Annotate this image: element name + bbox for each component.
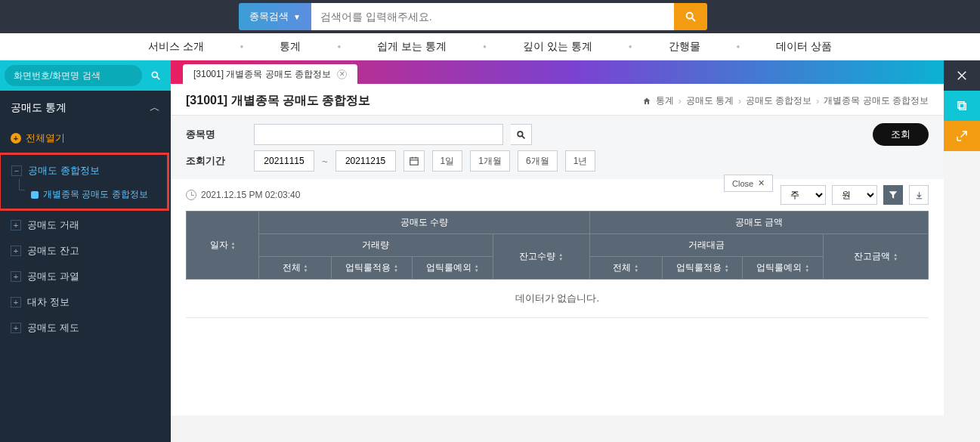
range-1d-button[interactable]: 1일 [432,150,463,172]
plus-box-icon: + [11,246,21,256]
nav-item-2[interactable]: 쉽게 보는 통계 [341,40,483,54]
nav-item-3[interactable]: 깊이 있는 통계 [487,40,629,54]
tab-label: [31001] 개별종목 공매도 종합정보 [193,68,331,81]
rail-copy-button[interactable] [944,91,980,121]
range-6m-button[interactable]: 6개월 [518,150,558,172]
sidebar-node-3[interactable]: +대차 정보 [0,289,171,315]
sidebar-node-0[interactable]: +공매도 거래 [0,212,171,238]
timestamp: 2021.12.15 PM 02:03:40 [186,190,300,200]
rail-popout-button[interactable] [944,121,980,151]
top-bar: 종목검색 ▼ [0,0,980,33]
rail-close-button[interactable] [944,60,980,91]
sidebar-node-1[interactable]: +공매도 잔고 [0,238,171,264]
tab-active[interactable]: [31001] 개별종목 공매도 종합정보 ✕ [183,64,357,84]
sidebar-node-active[interactable]: − 공매도 종합정보 [1,158,167,184]
close-popover[interactable]: Close ✕ [724,175,773,192]
calendar-button[interactable] [403,150,425,172]
search-icon [685,11,697,23]
funnel-icon [888,190,898,200]
query-button[interactable]: 조회 [873,123,929,146]
breadcrumb-item[interactable]: 통계 [656,94,674,107]
document-icon [31,191,39,199]
nav-item-1[interactable]: 통계 [243,40,337,54]
svg-point-0 [687,13,693,19]
sidebar-node-label: 공매도 제도 [27,321,79,335]
svg-rect-7 [958,102,964,108]
stock-search-button[interactable] [511,124,532,145]
sidebar-highlight: − 공매도 종합정보 개별종목 공매도 종합정보 [0,153,169,211]
sidebar: 공매도 통계 ︿ Close x + 전체열기 − 공매도 종합정보 개별종목 … [0,60,171,442]
col-balance-amt[interactable]: 잔고금액▲▼ [824,234,929,280]
stock-label: 종목명 [186,128,246,141]
right-rail [944,60,980,151]
breadcrumb-item: 개별종목 공매도 종합정보 [824,94,929,107]
col-amt-total[interactable]: 전체▲▼ [589,257,662,280]
sidebar-node-label: 대차 정보 [27,295,70,309]
filter-button[interactable] [883,185,903,205]
search-type-dropdown[interactable]: 종목검색 ▼ [239,3,311,30]
unit-shares-dropdown[interactable]: 주 [781,185,826,205]
sidebar-node-label: 공매도 종합정보 [28,164,100,178]
tab-close-icon[interactable]: ✕ [337,70,347,79]
breadcrumb-item[interactable]: 공매도 종합정보 [746,94,812,107]
search-icon [150,70,161,81]
expand-all-button[interactable]: + 전체열기 [0,125,171,151]
plus-box-icon: + [11,220,21,230]
svg-rect-6 [960,104,966,110]
plus-box-icon: + [11,271,21,282]
col-amt-group: 공매도 금액 [589,212,928,234]
home-icon [642,97,651,106]
unit-currency-dropdown[interactable]: 원 [832,185,877,205]
sidebar-node-label: 공매도 과열 [27,270,79,283]
search-icon [516,130,526,140]
period-label: 조회기간 [186,154,246,168]
sidebar-node-label: 공매도 잔고 [27,244,79,258]
sidebar-node-4[interactable]: +공매도 제도 [0,315,171,341]
table-header: 일자▲▼ 공매도 수량 공매도 금액 거래량 잔고수량▲▼ 거래대금 잔고금액▲… [186,211,929,280]
no-data-message: 데이터가 없습니다. [186,280,929,318]
nav-item-5[interactable]: 데이터 상품 [740,40,868,54]
col-qty-nouptick[interactable]: 업틱룰예외▲▼ [412,257,493,280]
search-type-label: 종목검색 [249,10,289,23]
date-from-input[interactable] [254,150,314,172]
sidebar-category-title[interactable]: 공매도 통계 ︿ [0,91,171,125]
sidebar-search-button[interactable] [145,65,166,86]
page-title: [31001] 개별종목 공매도 종합정보 [186,93,370,109]
date-to-input[interactable] [335,150,396,172]
close-popover-label: Close [732,179,753,188]
sidebar-search-input[interactable] [5,65,142,86]
stock-name-input[interactable] [254,124,503,145]
svg-line-10 [522,136,524,138]
col-qty-total[interactable]: 전체▲▼ [259,257,332,280]
range-1y-button[interactable]: 1년 [565,150,596,172]
data-table: 일자▲▼ 공매도 수량 공매도 금액 거래량 잔고수량▲▼ 거래대금 잔고금액▲… [186,211,929,416]
breadcrumb-item[interactable]: 공매도 통계 [686,94,734,107]
sidebar-node-2[interactable]: +공매도 과열 [0,264,171,289]
plus-icon: + [11,133,21,144]
col-balance-qty[interactable]: 잔고수량▲▼ [493,234,589,280]
svg-line-3 [157,77,160,80]
svg-rect-11 [410,158,418,165]
tab-bar: [31001] 개별종목 공매도 종합정보 ✕ [171,60,980,84]
chevron-up-icon: ︿ [150,101,160,115]
nav-item-0[interactable]: 서비스 소개 [112,40,240,54]
col-date[interactable]: 일자▲▼ [187,212,259,280]
main-nav: 서비스 소개● 통계● 쉽게 보는 통계● 깊이 있는 통계● 간행물● 데이터… [0,33,980,60]
copy-icon [955,99,969,113]
download-button[interactable] [909,185,929,205]
nav-item-4[interactable]: 간행물 [632,40,737,54]
col-amt-uptick[interactable]: 업틱룰적용▲▼ [662,257,743,280]
col-qty-uptick[interactable]: 업틱룰적용▲▼ [332,257,413,280]
sidebar-subnode-active[interactable]: 개별종목 공매도 종합정보 [1,184,167,206]
breadcrumb: 통계› 공매도 통계› 공매도 종합정보› 개별종목 공매도 종합정보 [642,94,929,107]
page-header: [31001] 개별종목 공매도 종합정보 통계› 공매도 통계› 공매도 종합… [171,84,944,115]
global-search-input[interactable] [311,3,674,30]
global-search-button[interactable] [674,3,707,30]
svg-line-8 [961,131,967,138]
col-vol-group: 거래량 [259,234,493,257]
col-amt-nouptick[interactable]: 업틱룰예외▲▼ [743,257,824,280]
range-1m-button[interactable]: 1개월 [470,150,510,172]
download-icon [914,190,924,200]
chevron-down-icon: ▼ [293,13,301,21]
sidebar-title-label: 공매도 통계 [11,101,66,115]
